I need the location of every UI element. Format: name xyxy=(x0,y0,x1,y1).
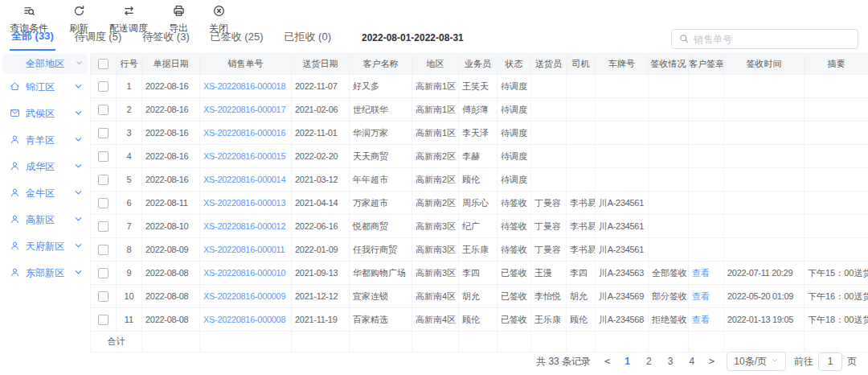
tab-pending-dispatch[interactable]: 待调度 (5) xyxy=(73,26,124,50)
total-empty-cell xyxy=(142,332,200,352)
deliverer-cell xyxy=(531,98,567,122)
row-checkbox[interactable] xyxy=(98,105,108,115)
row-no-cell: 4 xyxy=(117,145,142,168)
row-checkbox[interactable] xyxy=(98,198,108,208)
row-checkbox[interactable] xyxy=(98,151,108,162)
page-number-1[interactable]: 1 xyxy=(619,356,636,367)
row-checkbox[interactable] xyxy=(98,81,108,92)
sidebar-region-item[interactable]: 东部新区 xyxy=(0,260,90,286)
row-no-cell: 6 xyxy=(117,192,142,215)
order-no-link[interactable]: XS-20220816-000010 xyxy=(200,262,292,285)
order-no-link[interactable]: XS-20220816-000013 xyxy=(200,192,292,215)
sign-status-cell: 拒绝签收 xyxy=(649,308,689,332)
summary-cell xyxy=(805,145,868,168)
row-select-cell xyxy=(91,285,117,308)
table-row: 1 2022-08-16 XS-20220816-000018 2022-11-… xyxy=(91,75,868,98)
view-signature-link[interactable]: 查看 xyxy=(692,315,710,324)
row-select-cell xyxy=(91,215,117,238)
sidebar-region-item[interactable]: 天府新区 xyxy=(0,233,90,260)
salesperson-cell: 王乐康 xyxy=(459,238,497,262)
sidebar-region-item[interactable]: 高新区 xyxy=(0,207,90,233)
sales-delivery-page: 查询条件 刷新 配送调度 导出 关闭 全部 (33 xyxy=(0,0,868,375)
doc-date-cell: 2022-08-09 xyxy=(142,238,200,262)
goto-page-input[interactable] xyxy=(818,352,842,371)
doc-date-cell: 2022-08-08 xyxy=(142,285,200,308)
tab-received[interactable]: 已签收 (25) xyxy=(209,26,265,50)
plate-cell: 川A-234561 xyxy=(596,238,649,262)
row-checkbox[interactable] xyxy=(98,128,108,138)
row-checkbox[interactable] xyxy=(98,268,108,278)
order-no-link[interactable]: XS-20220816-000012 xyxy=(200,215,292,238)
driver-cell xyxy=(567,122,596,145)
page-number-3[interactable]: 3 xyxy=(662,356,679,367)
row-select-cell xyxy=(91,122,117,145)
status-cell: 待调度 xyxy=(497,145,531,168)
plate-cell: 川A-234561 xyxy=(596,215,649,238)
total-empty-cell xyxy=(596,332,649,352)
region-label: 青羊区 xyxy=(26,134,55,147)
customer-cell: 年年超市 xyxy=(350,168,412,192)
region-label: 金牛区 xyxy=(26,187,55,200)
page-unit-label: 页 xyxy=(847,355,857,369)
page-number-2[interactable]: 2 xyxy=(641,356,657,367)
sidebar-region-item[interactable]: 金牛区 xyxy=(0,180,90,207)
row-checkbox[interactable] xyxy=(98,291,108,302)
sign-time-cell xyxy=(724,192,805,215)
sidebar-region-item[interactable]: 成华区 xyxy=(0,154,90,180)
col-customer: 客户名称 xyxy=(350,54,412,75)
deliverer-cell xyxy=(531,168,567,192)
row-checkbox[interactable] xyxy=(98,245,108,255)
table-row: 5 2022-08-16 XS-20220816-000014 2021-03-… xyxy=(91,168,868,192)
salesperson-cell: 周乐心 xyxy=(459,192,497,215)
deliverer-cell: 丁曼容 xyxy=(531,215,567,238)
search-input[interactable] xyxy=(694,34,850,45)
select-all-checkbox[interactable] xyxy=(98,59,108,69)
next-page-button[interactable]: > xyxy=(705,356,719,367)
prev-page-button[interactable]: < xyxy=(600,356,614,367)
row-checkbox[interactable] xyxy=(98,175,108,185)
order-no-link[interactable]: XS-20220816-000009 xyxy=(200,285,292,308)
close-circle-icon xyxy=(213,5,225,20)
salesperson-cell: 李赫 xyxy=(459,145,497,168)
sidebar-region-item[interactable]: 青羊区 xyxy=(0,127,90,154)
signature-cell: 查看 xyxy=(689,285,724,308)
view-signature-link[interactable]: 查看 xyxy=(692,268,710,278)
tab-all[interactable]: 全部 (33) xyxy=(10,25,55,51)
row-checkbox[interactable] xyxy=(98,315,108,325)
order-no-link[interactable]: XS-20220816-000016 xyxy=(200,122,292,145)
doc-date-cell: 2022-08-08 xyxy=(142,262,200,285)
tab-rejected[interactable]: 已拒收 (0) xyxy=(282,26,333,50)
row-select-cell xyxy=(91,308,117,332)
page-number-4[interactable]: 4 xyxy=(683,356,700,367)
row-checkbox[interactable] xyxy=(98,221,108,232)
table-row: 7 2022-08-10 XS-20220816-000012 2022-06-… xyxy=(91,215,868,238)
page-size-select[interactable]: 10条/页 xyxy=(727,352,786,371)
region-cell: 高新南2区 xyxy=(412,192,459,215)
sign-status-cell: 全部签收 xyxy=(649,262,689,285)
sidebar-region-item[interactable]: 武侯区 xyxy=(0,101,90,127)
total-empty-cell xyxy=(724,332,805,352)
view-signature-link[interactable]: 查看 xyxy=(692,291,710,301)
deliverer-cell xyxy=(531,122,567,145)
region-label: 天府新区 xyxy=(26,240,64,253)
summary-cell xyxy=(805,238,868,262)
table-header-row: 行号 单据日期 销售单号 送货日期 客户名称 地区 业务员 状态 送货员 司机 … xyxy=(91,54,868,75)
total-empty-cell xyxy=(350,332,412,352)
salesperson-cell: 顾伦 xyxy=(459,308,497,332)
sign-status-cell xyxy=(649,122,689,145)
order-no-link[interactable]: XS-20220816-000011 xyxy=(200,238,292,262)
tab-pending-receipt[interactable]: 待签收 (3) xyxy=(141,26,191,50)
header-select-all xyxy=(91,54,117,75)
table-row: 11 2022-08-08 XS-20220816-000008 2021-11… xyxy=(91,308,868,332)
order-no-link[interactable]: XS-20220816-000015 xyxy=(200,145,292,168)
order-no-link[interactable]: XS-20220816-000017 xyxy=(200,98,292,122)
doc-date-cell: 2022-08-16 xyxy=(142,145,200,168)
order-no-link[interactable]: XS-20220816-000018 xyxy=(200,75,292,98)
order-no-link[interactable]: XS-20220816-000014 xyxy=(200,168,292,192)
order-no-link[interactable]: XS-20220816-000008 xyxy=(200,308,292,332)
sidebar-region-item[interactable]: 锦江区 xyxy=(0,74,90,101)
summary-cell xyxy=(805,168,868,192)
region-select[interactable]: 全部地区 xyxy=(2,53,88,74)
sign-status-cell xyxy=(649,145,689,168)
chevron-down-icon xyxy=(73,241,84,253)
